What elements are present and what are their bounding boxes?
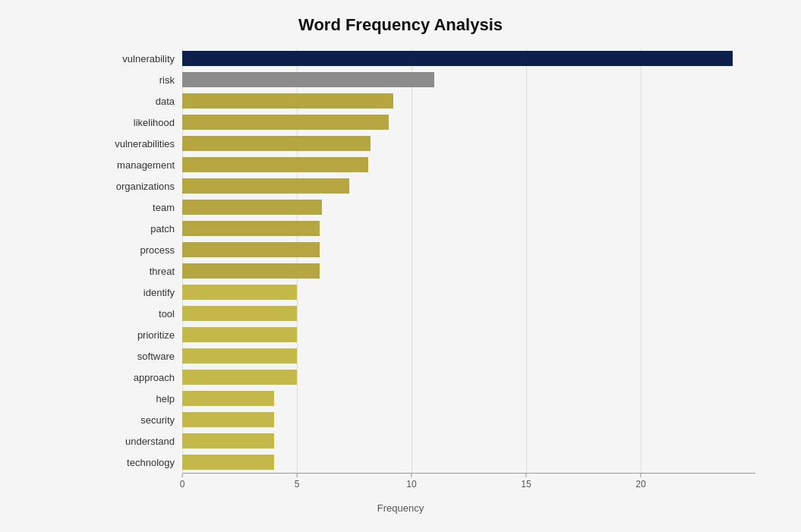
bar-row: software [182,346,755,366]
bar-label: patch [99,223,182,235]
chart-container: Word Frequency Analysis vulnerabilityris… [0,0,801,532]
bar-row: patch [182,219,755,238]
bar-fill [182,370,297,385]
bar-label: help [99,393,182,405]
bar-row: vulnerabilities [182,134,755,153]
bar-label: vulnerabilities [99,138,182,150]
bar-label: team [99,202,182,213]
bar-fill [182,200,322,215]
bar-row: prioritize [182,325,755,345]
bar-label: approach [99,372,182,383]
bar-row: organizations [182,176,755,196]
bar-fill [182,412,274,427]
bar-label: likelihood [99,117,182,128]
bar-fill [182,136,371,151]
bar-row: threat [182,261,755,281]
bar-fill [182,242,320,257]
chart-title: Word Frequency Analysis [46,15,755,35]
bar-row: understand [182,431,755,451]
bar-row: team [182,197,755,217]
bar-row: technology [182,452,755,472]
bar-fill [182,348,297,364]
bar-label: management [99,159,182,171]
x-tick: 20 [635,474,645,490]
bar-fill [182,263,320,279]
bar-label: organizations [99,181,182,192]
bar-fill [182,306,297,321]
bar-label: technology [99,457,182,468]
bar-row: help [182,389,755,408]
bar-label: identify [99,287,182,298]
x-tick: 15 [521,474,531,490]
x-axis-label: Frequency [46,502,755,514]
bar-row: approach [182,367,755,387]
x-tick: 0 [180,474,185,490]
bar-label: security [99,414,182,426]
bar-fill [182,433,274,449]
bar-fill [182,221,320,236]
bar-row: risk [182,70,755,90]
bar-row: process [182,240,755,260]
bar-label: understand [99,436,182,447]
bar-label: software [99,351,182,362]
bar-fill [182,455,274,470]
bar-row: security [182,410,755,430]
bar-row: vulnerability [182,49,755,68]
bar-row: management [182,155,755,175]
bar-label: data [99,96,182,107]
bar-label: threat [99,266,182,277]
bar-row: identify [182,282,755,302]
bar-fill [182,93,393,109]
bar-fill [182,327,297,342]
bar-label: tool [99,308,182,320]
bar-fill [182,178,349,194]
bar-label: risk [99,74,182,86]
bar-row: likelihood [182,112,755,132]
bar-row: data [182,91,755,111]
bar-label: vulnerability [99,53,182,65]
x-tick: 5 [295,474,300,490]
bar-fill [182,51,733,66]
x-tick: 10 [406,474,416,490]
bar-fill [182,391,274,406]
bar-fill [182,72,434,87]
bar-label: prioritize [99,329,182,341]
bar-fill [182,115,389,130]
bar-label: process [99,244,182,256]
bar-fill [182,157,368,172]
bar-fill [182,285,297,300]
bar-row: tool [182,304,755,323]
